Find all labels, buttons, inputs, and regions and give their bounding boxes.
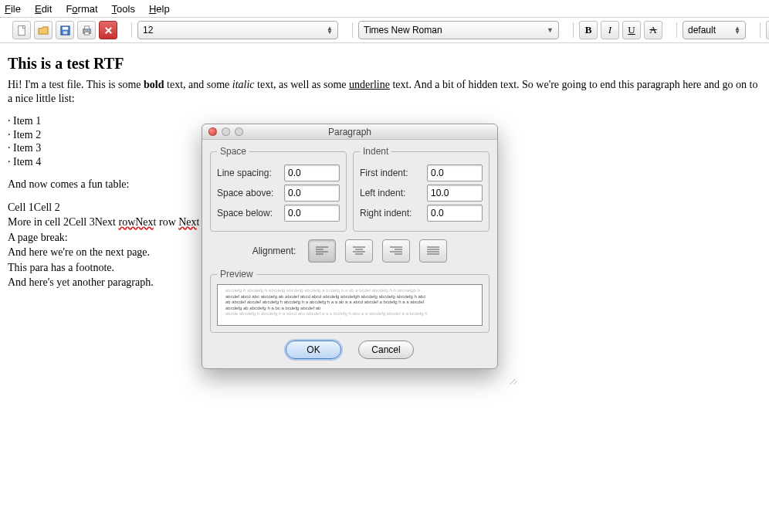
menu-bar: File Edit Format Tools Help xyxy=(0,0,769,17)
window-minimize-icon xyxy=(222,127,230,136)
space-below-input[interactable] xyxy=(284,205,340,222)
paragraph-style-select[interactable]: default ▲▼ xyxy=(683,21,746,39)
strikethrough-button[interactable]: A xyxy=(644,21,662,39)
resize-grip-icon[interactable] xyxy=(510,374,519,383)
paragraph-dialog: Paragraph Space Line spacing: Space abov… xyxy=(202,124,498,369)
preview-legend: Preview xyxy=(217,269,256,280)
bold-button[interactable]: B xyxy=(579,21,598,39)
first-indent-input[interactable] xyxy=(427,164,483,181)
align-justify-button[interactable] xyxy=(419,239,447,263)
font-family-select[interactable]: Times New Roman ▼ xyxy=(358,21,559,39)
left-indent-label: Left indent: xyxy=(360,188,405,198)
alignment-label: Alignment: xyxy=(252,246,296,256)
svg-rect-2 xyxy=(62,26,68,29)
italic-button[interactable]: I xyxy=(601,21,619,39)
right-indent-label: Right indent: xyxy=(360,208,412,219)
stepper-icon: ▲▼ xyxy=(327,26,333,34)
align-left-button[interactable] xyxy=(308,239,336,263)
svg-rect-6 xyxy=(84,32,89,35)
space-group: Space Line spacing: Space above: Space b… xyxy=(210,146,347,232)
underline-button[interactable]: U xyxy=(622,21,641,39)
paragraph-style-value: default xyxy=(688,25,716,36)
cancel-button[interactable]: Cancel xyxy=(358,341,414,359)
font-size-select[interactable]: 12 ▲▼ xyxy=(137,21,338,39)
paragraph: Hi! I'm a test file. This is some bold t… xyxy=(8,78,761,105)
preview-box: abcdefg h abcdefg h abcdefg abcdefg abcd… xyxy=(217,284,483,326)
preview-group: Preview abcdefg h abcdefg h abcdefg abcd… xyxy=(210,269,490,333)
chevron-down-icon: ▼ xyxy=(547,26,554,34)
space-above-input[interactable] xyxy=(284,185,340,202)
menu-file[interactable]: File xyxy=(5,3,21,15)
first-indent-label: First indent: xyxy=(360,168,408,178)
indent-group: Indent First indent: Left indent: Right … xyxy=(353,146,490,232)
spellcheck-button[interactable]: abc xyxy=(766,21,769,39)
close-document-button[interactable] xyxy=(99,21,117,39)
new-file-button[interactable] xyxy=(12,21,31,39)
dialog-title: Paragraph xyxy=(202,127,497,137)
dialog-titlebar[interactable]: Paragraph xyxy=(202,124,497,140)
menu-format[interactable]: Format xyxy=(66,3,97,15)
toolbar: 12 ▲▼ Times New Roman ▼ B I U A default … xyxy=(0,17,769,43)
font-size-value: 12 xyxy=(143,25,153,36)
document-title: This is a test RTF xyxy=(8,54,761,73)
svg-rect-0 xyxy=(18,25,24,35)
window-zoom-icon xyxy=(235,127,243,136)
space-above-label: Space above: xyxy=(217,188,273,198)
menu-help[interactable]: Help xyxy=(149,3,170,15)
menu-tools[interactable]: Tools xyxy=(112,3,135,15)
space-below-label: Space below: xyxy=(217,208,273,219)
menu-edit[interactable]: Edit xyxy=(35,3,52,15)
print-button[interactable] xyxy=(77,21,96,39)
align-center-button[interactable] xyxy=(345,239,373,263)
svg-rect-3 xyxy=(63,31,67,34)
stepper-icon: ▲▼ xyxy=(734,26,740,34)
svg-rect-5 xyxy=(84,25,89,29)
ok-button[interactable]: OK xyxy=(286,341,341,359)
open-file-button[interactable] xyxy=(34,21,53,39)
font-family-value: Times New Roman xyxy=(364,25,442,36)
save-file-button[interactable] xyxy=(56,21,74,39)
window-close-icon[interactable] xyxy=(208,127,217,136)
space-legend: Space xyxy=(217,146,249,157)
indent-legend: Indent xyxy=(360,146,391,157)
left-indent-input[interactable] xyxy=(427,185,483,202)
line-spacing-input[interactable] xyxy=(284,164,340,181)
line-spacing-label: Line spacing: xyxy=(217,168,272,178)
right-indent-input[interactable] xyxy=(427,205,483,222)
align-right-button[interactable] xyxy=(382,239,410,263)
